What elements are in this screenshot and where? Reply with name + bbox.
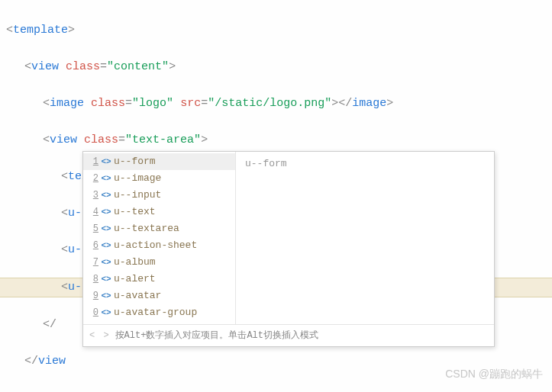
tag-icon: <> [98, 288, 114, 304]
autocomplete-item-7[interactable]: 8<>u-alert [83, 271, 235, 288]
tag-image: image [50, 97, 84, 110]
tag-icon: <> [98, 304, 114, 321]
autocomplete-footer: < > 按Alt+数字插入对应项目。单击Alt切换插入模式 [83, 324, 494, 346]
tag-icon: <> [98, 153, 114, 170]
watermark: CSDN @蹦跑的蜗牛 [445, 365, 543, 383]
tag-icon: <> [98, 237, 114, 254]
autocomplete-item-9[interactable]: 0<>u-avatar-group [83, 304, 235, 321]
autocomplete-detail: u--form [236, 152, 494, 324]
autocomplete-item-8[interactable]: 9<>u-avatar [83, 288, 235, 304]
autocomplete-item-5[interactable]: 6<>u-action-sheet [83, 237, 235, 254]
tag-icon: <> [98, 204, 114, 220]
tag-icon: <> [98, 170, 114, 187]
autocomplete-hint: 按Alt+数字插入对应项目。单击Alt切换插入模式 [115, 327, 318, 344]
nav-arrows-icon: < > [89, 327, 111, 344]
autocomplete-item-2[interactable]: 3<>u--input [83, 187, 235, 204]
autocomplete-item-1[interactable]: 2<>u--image [83, 170, 235, 187]
typing-cursor: u- [68, 281, 82, 294]
autocomplete-list: 1<>u--form 2<>u--image 3<>u--input 4<>u-… [83, 152, 236, 324]
tag-icon: <> [98, 271, 114, 288]
tag-icon: <> [98, 220, 114, 237]
tag-view: view [31, 60, 59, 73]
autocomplete-item-6[interactable]: 7<>u-album [83, 254, 235, 271]
tag-icon: <> [98, 187, 114, 204]
autocomplete-popup: 1<>u--form 2<>u--image 3<>u--input 4<>u-… [82, 151, 495, 347]
autocomplete-item-3[interactable]: 4<>u--text [83, 204, 235, 220]
tag-icon: <> [98, 254, 114, 271]
autocomplete-item-0[interactable]: 1<>u--form [83, 153, 235, 170]
tag-template: template [13, 24, 68, 37]
autocomplete-item-4[interactable]: 5<>u--textarea [83, 220, 235, 237]
